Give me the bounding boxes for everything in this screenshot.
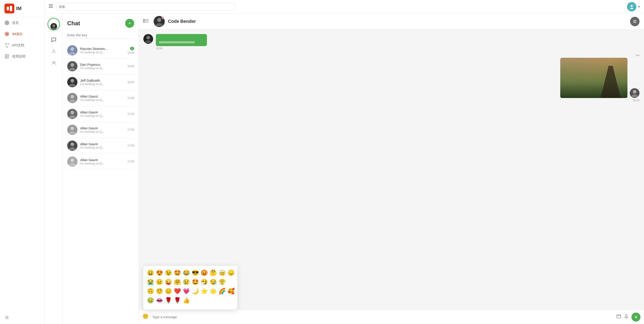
logo: IM — [0, 0, 44, 17]
dropdown-arrow[interactable]: ▼ — [638, 5, 640, 8]
chat-item[interactable]: Jeff Galbraith I'm working on Q... 18:00 — [67, 74, 134, 90]
emoji-item[interactable]: 😀 — [147, 269, 154, 276]
emoji-item[interactable]: 🤢 — [147, 297, 154, 304]
ci-avatar — [67, 109, 78, 119]
chat-window-header: Code Bender — [139, 13, 644, 29]
emoji-picker: 😀😍😉🤩😂😎😡🤔🤕😞 😭😐😜🤗😢🤩🤧😪😤 🙃🤨😑❤️💗🌙⭐🌟🌈🥰 🤢👄🌹🌹👍 — [143, 266, 237, 310]
nav-home[interactable]: 首页 — [0, 17, 44, 28]
emoji-toggle-btn[interactable]: 🙂 — [142, 314, 150, 321]
chat-item[interactable]: Allan Gaunt I'm working on Q... 17:00 — [67, 106, 134, 122]
contact-tab-btn[interactable] — [49, 46, 59, 56]
emoji-item[interactable]: 😜 — [165, 279, 172, 286]
chat-item[interactable]: Allan Gaunt I'm working on Q... 17:00 — [67, 154, 134, 170]
nav-home-label: 首页 — [12, 21, 19, 25]
emoji-item[interactable]: 🙃 — [147, 288, 154, 295]
nav-guide-label: 使用说明 — [12, 54, 26, 59]
emoji-item[interactable]: 😞 — [228, 269, 235, 276]
emoji-item[interactable]: ⭐ — [201, 288, 208, 295]
ci-right: 17:00 — [128, 128, 134, 131]
emoji-item[interactable]: 🌟 — [210, 288, 217, 295]
emoji-item[interactable]: 💗 — [183, 288, 190, 295]
emoji-item[interactable]: 🤔 — [210, 269, 217, 276]
green-bar-1 — [159, 37, 204, 40]
ci-right: 2 15:00 — [128, 46, 134, 54]
chat-item[interactable]: Allan Gaunt I'm working on Q... 17:00 — [67, 138, 134, 154]
svg-point-42 — [144, 20, 144, 21]
online-indicator — [162, 16, 164, 19]
emoji-item[interactable]: 👍 — [183, 297, 190, 304]
search-input[interactable] — [56, 3, 235, 10]
chat-item[interactable]: Razvan Stoenes... I'm working on Q... 2 … — [67, 42, 134, 58]
hamburger-btn[interactable] — [48, 3, 53, 10]
emoji-item[interactable]: 😐 — [156, 279, 163, 286]
svg-rect-0 — [7, 7, 9, 10]
svg-point-21 — [53, 50, 55, 51]
emoji-item[interactable]: 😑 — [165, 288, 172, 295]
message-input[interactable] — [152, 315, 616, 319]
emoji-item[interactable]: 🌹 — [165, 297, 172, 304]
panel-user-avatar[interactable] — [48, 18, 60, 30]
emoji-item[interactable]: 😤 — [218, 279, 226, 286]
emoji-item[interactable]: 🥰 — [228, 288, 235, 295]
emoji-item[interactable]: 😂 — [183, 269, 190, 276]
attachment-btn[interactable] — [616, 314, 621, 320]
microphone-btn[interactable] — [624, 314, 629, 320]
svg-point-40 — [70, 158, 74, 162]
chat-item[interactable]: Allan Gaunt I'm working on Q... 17:00 — [67, 122, 134, 138]
guide-icon — [4, 54, 10, 59]
contact-avatar — [154, 16, 165, 27]
home-icon — [4, 20, 10, 25]
emoji-item[interactable]: 😢 — [183, 279, 190, 286]
chat-menu-btn[interactable] — [630, 17, 640, 26]
emoji-item[interactable]: 🌹 — [174, 297, 181, 304]
nav-guide[interactable]: 使用说明 — [0, 51, 44, 62]
emoji-item[interactable]: 🤩 — [174, 269, 181, 276]
emoji-item[interactable]: 🤕 — [218, 269, 226, 276]
emoji-item[interactable]: 🤨 — [156, 288, 163, 295]
ci-info: Allan Gaunt I'm working on Q... — [80, 110, 126, 117]
ci-avatar — [67, 156, 78, 167]
my-avatar — [630, 88, 640, 98]
ci-avatar — [67, 125, 78, 135]
emoji-item[interactable]: 🌈 — [218, 288, 226, 295]
ci-msg: I'm working on Q... — [80, 50, 126, 54]
settings-nav[interactable] — [0, 312, 44, 324]
menu-icon-btn[interactable] — [630, 17, 640, 26]
input-area: 🙂 — [139, 310, 644, 324]
chat-item[interactable]: Allan Gaunt I'm working on Q... 17:00 — [67, 90, 134, 106]
nav-api[interactable]: API文档 — [0, 40, 44, 51]
emoji-item[interactable]: 🤩 — [192, 279, 199, 286]
list-view-btn[interactable] — [143, 19, 150, 24]
my-message-row: me 16:00 — [143, 54, 640, 102]
emoji-item[interactable]: 😎 — [192, 269, 199, 276]
chat-item[interactable]: Dan Popescu I'm working on Q... 16:00 — [67, 58, 134, 74]
ci-right: 17:00 — [128, 144, 134, 147]
ci-info: Allan Gaunt I'm working on Q... — [80, 94, 126, 102]
emoji-item[interactable]: 🌙 — [192, 288, 199, 295]
panel-settings-btn[interactable] — [49, 311, 59, 321]
nav-im[interactable]: IM演示 — [0, 28, 44, 40]
user-avatar-btn[interactable] — [627, 2, 636, 11]
ci-right: 16:00 — [128, 65, 134, 68]
add-chat-btn[interactable]: + — [125, 19, 134, 28]
emoji-item[interactable]: 👄 — [156, 297, 163, 304]
emoji-item[interactable]: 😍 — [156, 269, 163, 276]
emoji-item[interactable]: 😪 — [210, 279, 217, 286]
emoji-item[interactable]: ❤️ — [174, 288, 181, 295]
send-btn[interactable] — [632, 313, 640, 322]
msg-time-1: 15:00 — [156, 47, 207, 50]
chat-window: Code Bender — [139, 13, 644, 324]
api-icon — [4, 43, 10, 48]
emoji-item[interactable]: 😡 — [201, 269, 208, 276]
chat-tab-btn[interactable] — [49, 35, 59, 45]
chat-header: Chat + — [67, 19, 134, 28]
ci-name: Dan Popescu — [80, 63, 126, 66]
emoji-item[interactable]: 🤧 — [201, 279, 208, 286]
ci-time: 17:00 — [128, 160, 134, 163]
emoji-item[interactable]: 🤗 — [174, 279, 181, 286]
emoji-item[interactable]: 😭 — [147, 279, 154, 286]
group-tab-btn[interactable] — [49, 58, 59, 68]
emoji-item[interactable]: 😉 — [165, 269, 172, 276]
icon-panel — [45, 13, 63, 324]
chat-search-input[interactable] — [67, 31, 134, 39]
